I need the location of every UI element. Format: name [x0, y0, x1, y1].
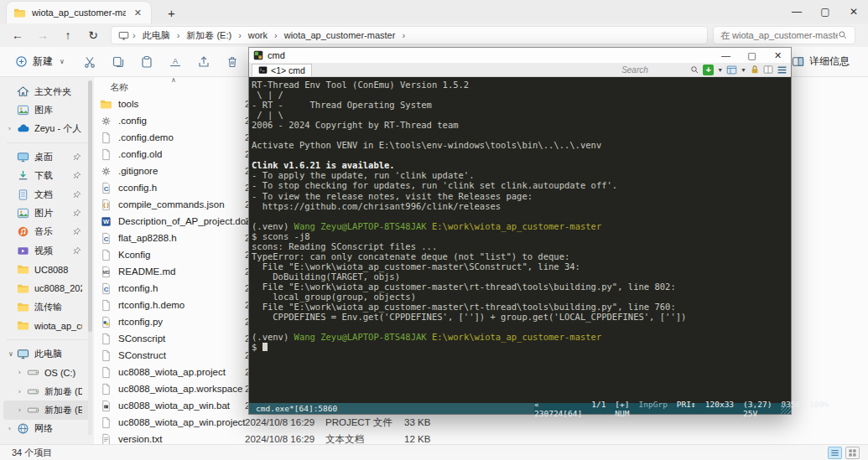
forward-button[interactable]: → — [30, 28, 55, 42]
window-minimize-button[interactable]: — — [782, 0, 811, 23]
new-tab-button[interactable]: + — [163, 6, 180, 20]
file-file-icon — [100, 383, 112, 395]
chevron-right-icon[interactable]: › — [18, 388, 27, 395]
gallery-icon — [17, 104, 29, 116]
up-button[interactable]: ↑ — [55, 28, 81, 42]
sidebar-scrollbar[interactable] — [88, 80, 92, 436]
terminal-line — [252, 211, 791, 221]
explorer-tab-bar: wiota_ap_customer-master ✕ + — ▢ ✕ — [0, 0, 868, 23]
sidebar-item-label: 下载 — [34, 169, 73, 182]
sidebar-item-label: Zeyu - 个人 — [34, 122, 82, 135]
terminal-line: CPPDEFINES = Env.get('CPPDEFINES', [''])… — [252, 312, 791, 322]
sidebar-item-zeyu---个人[interactable]: ›Zeyu - 个人 — [3, 120, 91, 138]
sidebar-item-下载[interactable]: 下载 — [3, 167, 91, 185]
file-file-icon — [100, 366, 112, 379]
sidebar-item-流传输[interactable]: 流传输 — [3, 297, 91, 316]
terminal-process-info: cmd.exe*[64]:5860 — [249, 403, 534, 414]
breadcrumb[interactable]: › 此电脑 › 新加卷 (E:) › work › wiota_ap_custo… — [111, 26, 708, 44]
refresh-button[interactable]: ↻ — [81, 28, 106, 42]
json-file-icon: {} — [100, 199, 112, 211]
folder-icon — [17, 282, 29, 295]
c-file-icon: C — [100, 182, 112, 194]
conemu-icon — [253, 50, 263, 60]
terminal-line: - RT - Thread Operating System — [252, 100, 791, 110]
chevron-right-icon[interactable]: › — [8, 425, 17, 432]
back-button[interactable]: ← — [5, 28, 30, 42]
sidebar-item-图片[interactable]: 图片 — [3, 204, 91, 222]
new-label: 新建 — [33, 54, 53, 69]
sidebar-item-新加卷-(e:)[interactable]: ›新加卷 (E:) — [3, 401, 91, 419]
breadcrumb-item[interactable]: wiota_ap_customer-master — [281, 30, 399, 40]
sidebar-item-网络[interactable]: ›网络 — [3, 420, 91, 438]
chevron-down-icon: ∨ — [60, 58, 65, 65]
terminal-status-cell: (3,27) 25V — [743, 400, 772, 418]
sidebar-item-主文件夹[interactable]: 主文件夹 — [3, 82, 91, 101]
search-input[interactable]: 在 wiota_ap_customer-master 中搜索 — [713, 26, 855, 44]
terminal-status-cell: 1/1 — [591, 400, 606, 418]
sidebar-item-label: 新加卷 (E:) — [44, 404, 82, 416]
svg-text:{}: {} — [102, 201, 109, 209]
resize-grip[interactable] — [781, 404, 791, 414]
sidebar-item-图库[interactable]: 图库 — [3, 101, 91, 119]
gear-file-icon — [100, 115, 112, 127]
console-list-icon[interactable] — [726, 65, 737, 75]
share-button[interactable] — [190, 55, 217, 69]
sidebar-item-uc8088[interactable]: UC8088 — [3, 261, 91, 279]
sidebar-item-音乐[interactable]: 音乐 — [3, 223, 91, 241]
svg-text:C: C — [104, 235, 109, 242]
terminal-title-bar[interactable]: cmd — ▢ ✕ — [249, 48, 791, 63]
panes-icon[interactable] — [763, 65, 773, 75]
chevron-down-icon[interactable]: ▼ — [717, 67, 723, 73]
breadcrumb-item[interactable]: 此电脑 — [139, 29, 174, 42]
terminal-line — [252, 150, 791, 160]
sidebar-item-wiota_ap_custo[interactable]: wiota_ap_custo — [3, 317, 91, 335]
sidebar-item-uc8088_20231[interactable]: uc8088_20231 — [3, 279, 91, 297]
drive-icon — [27, 404, 39, 416]
chevron-down-icon[interactable]: ∨ — [8, 350, 17, 358]
terminal-maximize-button[interactable]: ▢ — [739, 48, 765, 63]
download-icon — [17, 169, 29, 182]
sidebar-item-视频[interactable]: 视频 — [3, 241, 91, 260]
terminal-line: - To apply the update, run 'clink update… — [252, 170, 791, 180]
new-button[interactable]: 新建 ∨ — [15, 54, 65, 69]
sidebar-item-label: 文档 — [34, 189, 73, 201]
sidebar-item-os-(c:)[interactable]: ›OS (C:) — [3, 363, 91, 381]
sidebar-item-桌面[interactable]: 桌面 — [3, 147, 91, 166]
tab-close-icon[interactable]: ✕ — [132, 8, 144, 18]
sidebar-item-此电脑[interactable]: ∨此电脑 — [3, 344, 91, 363]
new-console-button[interactable]: + — [703, 65, 714, 75]
paste-button[interactable] — [133, 55, 160, 69]
search-placeholder: 在 wiota_ap_customer-master 中搜索 — [720, 29, 838, 42]
cut-button[interactable] — [76, 55, 103, 69]
details-pane-button[interactable]: 详细信息 — [792, 54, 850, 69]
details-view-button[interactable] — [828, 447, 842, 459]
chevron-right-icon[interactable]: › — [8, 125, 17, 132]
copy-button[interactable] — [105, 55, 132, 69]
pin-icon — [73, 227, 82, 236]
breadcrumb-item[interactable]: 新加卷 (E:) — [183, 29, 235, 42]
terminal-close-button[interactable]: ✕ — [765, 48, 791, 63]
terminal-search-input[interactable]: Search — [621, 65, 687, 75]
breadcrumb-item[interactable]: work — [245, 30, 271, 40]
menu-icon[interactable] — [777, 65, 787, 75]
lock-icon[interactable] — [750, 65, 760, 75]
file-file-icon — [100, 416, 112, 429]
terminal-output[interactable]: RT-Thread Env Tool (ConEmu) Version 1.5.… — [249, 77, 791, 403]
window-close-button[interactable]: ✕ — [839, 0, 868, 23]
explorer-tab[interactable]: wiota_ap_customer-master ✕ — [7, 2, 151, 23]
svg-text:W: W — [103, 218, 110, 225]
sidebar-item-label: 流传输 — [34, 301, 82, 313]
chevron-down-icon[interactable]: ▼ — [741, 67, 746, 73]
terminal-tab[interactable]: <1> cmd — [252, 64, 312, 76]
sidebar-item-文档[interactable]: 文档 — [3, 185, 91, 204]
sidebar-item-新加卷-(d:)[interactable]: ›新加卷 (D:) — [3, 382, 91, 401]
chevron-right-icon[interactable]: › — [18, 369, 27, 376]
console-icon — [258, 65, 268, 75]
terminal-minimize-button[interactable]: — — [713, 48, 739, 63]
icons-view-button[interactable] — [845, 447, 860, 459]
window-maximize-button[interactable]: ▢ — [811, 0, 839, 23]
breadcrumb-separator: › — [133, 30, 136, 40]
delete-button[interactable] — [219, 55, 246, 69]
rename-button[interactable]: A — [162, 55, 189, 69]
chevron-right-icon[interactable]: › — [18, 406, 27, 414]
